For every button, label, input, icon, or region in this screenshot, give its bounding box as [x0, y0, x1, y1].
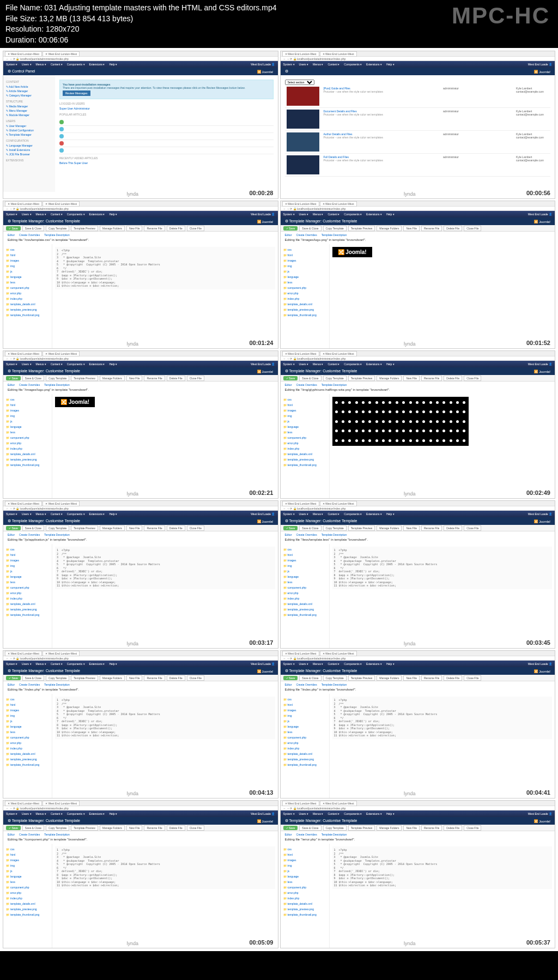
tree-item[interactable]: js [6, 868, 49, 874]
menu-item[interactable]: System ▾ [6, 662, 17, 666]
menu-item[interactable]: Users ▾ [299, 213, 308, 216]
tree-item[interactable]: template_thumbnail.png [283, 762, 326, 767]
list-row[interactable]: Document Details and FilesProtostar - us… [285, 108, 551, 131]
save-button[interactable]: ✓ Save [6, 676, 21, 680]
toolbar-button[interactable]: Template Preview [71, 525, 98, 531]
browser-tab[interactable]: ✕ West End London-West [320, 51, 357, 57]
url-bar[interactable]: ← → ⟳ 🔒 localhost/joomla/administrator/i… [3, 506, 278, 511]
tree-item[interactable]: error.php [283, 440, 326, 446]
toolbar-button[interactable]: Manage Folders [100, 675, 125, 681]
tree-item[interactable]: images [283, 857, 326, 863]
tree-item[interactable]: html [6, 252, 49, 258]
toolbar-button[interactable]: Delete File [167, 825, 185, 831]
menu-item[interactable]: Components ▾ [344, 362, 362, 366]
browser-tab[interactable]: ✕ West End London-West [5, 351, 42, 356]
tree-item[interactable]: less [283, 280, 326, 285]
tree-item[interactable]: error.php [6, 590, 49, 596]
browser-tab[interactable]: ✕ West End London-West [43, 51, 80, 57]
toolbar-button[interactable]: Delete File [167, 376, 185, 381]
tree-item[interactable]: component.php [6, 435, 49, 440]
menu-item[interactable]: Help ▾ [386, 512, 395, 516]
menu-item[interactable]: Menus ▾ [36, 662, 46, 666]
tree-item[interactable]: template_details.xml [283, 751, 326, 757]
tree-item[interactable]: template_details.xml [6, 601, 49, 607]
cp-nav-item[interactable]: ✎ Media Manager [6, 104, 52, 108]
tree-item[interactable]: error.php [283, 890, 326, 896]
editor-tab[interactable]: Editor [285, 383, 292, 386]
tree-item[interactable]: component.php [283, 735, 326, 740]
cp-nav-item[interactable]: ✎ Add New Article [6, 84, 52, 89]
menu-item[interactable]: Extensions ▾ [366, 512, 382, 516]
menu-item[interactable]: Content ▾ [51, 213, 63, 216]
editor-tab[interactable]: Create Overrides [296, 233, 317, 237]
menu-item[interactable]: Users ▾ [22, 362, 31, 366]
toolbar-button[interactable]: Template Preview [71, 376, 98, 381]
menu-item[interactable]: Components ▾ [67, 512, 85, 516]
tree-item[interactable]: component.php [6, 285, 49, 291]
tree-item[interactable]: index.php [6, 446, 49, 451]
tree-item[interactable]: js [283, 419, 326, 424]
tree-item[interactable]: html [6, 552, 49, 558]
tree-item[interactable]: index.php [283, 746, 326, 751]
tree-item[interactable]: index.php [283, 446, 326, 451]
toolbar-button[interactable]: New File [403, 376, 419, 381]
tree-item[interactable]: error.php [283, 590, 326, 596]
tree-item[interactable]: less [283, 579, 326, 585]
editor-tab[interactable]: Create Overrides [19, 233, 40, 237]
menu-item[interactable]: Extensions ▾ [89, 812, 105, 815]
cp-nav-item[interactable]: ✎ User Manager [6, 124, 52, 128]
tree-item[interactable]: images [6, 558, 49, 563]
menu-item[interactable]: Components ▾ [344, 63, 362, 66]
url-bar[interactable]: ← → ⟳ 🔒 localhost/joomla/administrator/i… [281, 506, 555, 511]
toolbar-button[interactable]: New File [126, 376, 142, 381]
editor-tab[interactable]: Editor [8, 533, 15, 536]
toolbar-button[interactable]: Close File [464, 376, 481, 381]
menu-item[interactable]: Menus ▾ [36, 812, 46, 815]
toolbar-button[interactable]: Template Preview [71, 226, 98, 231]
tree-item[interactable]: images [6, 258, 49, 263]
editor-tab[interactable]: Template Description [322, 533, 347, 536]
toolbar-button[interactable]: Rename File [144, 825, 165, 831]
url-bar[interactable]: ← → ⟳ 🔒 localhost/joomla/administrator/i… [281, 207, 555, 211]
tree-item[interactable]: language [283, 274, 326, 280]
toolbar-button[interactable]: Manage Folders [377, 226, 402, 231]
save-button[interactable]: ✓ Save [6, 826, 21, 830]
menu-item[interactable]: Users ▾ [22, 63, 31, 66]
tree-item[interactable]: less [283, 729, 326, 735]
browser-tab[interactable]: ✕ West End London-West [43, 501, 80, 506]
tree-item[interactable]: template_preview.png [6, 757, 49, 762]
code-editor[interactable]: 1 <?php2 /**3 * @package Joomla.Site4 * … [332, 846, 553, 889]
toolbar-button[interactable]: New File [403, 525, 419, 531]
menu-item[interactable]: Users ▾ [22, 662, 31, 666]
toolbar-button[interactable]: Close File [187, 525, 204, 531]
toolbar-button[interactable]: Save & Close [22, 226, 44, 231]
editor-tab[interactable]: Template Description [322, 833, 347, 836]
tree-item[interactable]: language [283, 424, 326, 429]
tree-item[interactable]: template_thumbnail.png [6, 462, 49, 468]
cp-nav-item[interactable]: ✎ Install Extensions [6, 148, 52, 152]
toolbar-button[interactable]: Rename File [421, 675, 442, 681]
tree-item[interactable]: template_thumbnail.png [283, 462, 326, 468]
tree-item[interactable]: img [6, 413, 49, 419]
cp-nav-item[interactable]: ✎ Global Configuration [6, 128, 52, 132]
toolbar-button[interactable]: Rename File [421, 226, 442, 231]
tree-item[interactable]: template_thumbnail.png [6, 762, 49, 767]
toolbar-button[interactable]: Delete File [167, 525, 185, 531]
tree-item[interactable]: images [6, 857, 49, 863]
toolbar-button[interactable]: Rename File [421, 825, 442, 831]
tree-item[interactable]: html [6, 702, 49, 707]
toolbar-button[interactable]: Save & Close [299, 226, 321, 231]
tree-item[interactable]: template_thumbnail.png [6, 912, 49, 917]
menu-item[interactable]: Extensions ▾ [366, 362, 382, 366]
browser-tab[interactable]: ✕ West End London-West [43, 201, 80, 207]
tree-item[interactable]: template_preview.png [283, 607, 326, 612]
code-editor[interactable]: 1 <?php2 /**3 * @package Joomla.Site4 * … [55, 697, 275, 739]
tree-item[interactable]: images [283, 408, 326, 413]
tree-item[interactable]: html [283, 252, 326, 258]
menu-item[interactable]: Help ▾ [109, 63, 117, 66]
tree-item[interactable]: template_details.xml [6, 451, 49, 457]
browser-tab[interactable]: ✕ West End London-West [282, 801, 319, 806]
save-button[interactable]: ✓ Save [6, 226, 21, 231]
tree-item[interactable]: error.php [6, 890, 49, 896]
url-bar[interactable]: ← → ⟳ 🔒 localhost/joomla/administrator/i… [281, 57, 555, 61]
